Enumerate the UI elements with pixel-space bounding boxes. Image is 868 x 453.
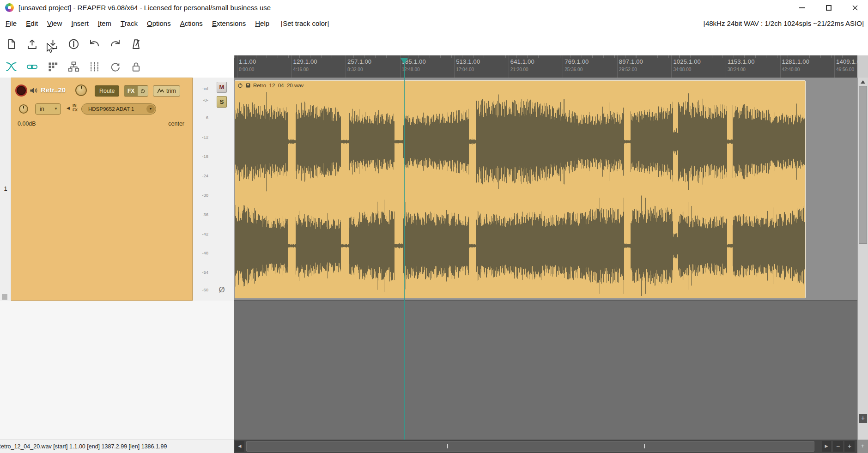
playhead-marker[interactable]	[401, 58, 408, 64]
ripple-editing-icon[interactable]	[65, 57, 82, 76]
ruler-label: 769.1.0025:36.00	[565, 58, 589, 72]
rotate-arrow-icon[interactable]	[106, 57, 124, 76]
minimize-button[interactable]	[789, 0, 815, 15]
chevron-down-icon: ▼	[54, 104, 58, 114]
input-fx-chain-button[interactable]: HDSP9652 ADAT 1 ▼	[81, 103, 156, 115]
edit-cursor-line	[404, 78, 405, 440]
fx-button[interactable]: FX	[124, 85, 148, 97]
maximize-button[interactable]	[815, 0, 842, 15]
reaper-logo-icon	[5, 3, 14, 12]
track-1-lane[interactable]: Retro_12_04_20.wav	[234, 78, 857, 301]
ruler-tick	[454, 55, 455, 78]
menu-insert[interactable]: Insert	[67, 15, 93, 32]
route-button[interactable]: Route	[95, 85, 119, 97]
input-label: in	[40, 106, 44, 112]
media-item-header: Retro_12_04_20.wav	[235, 81, 805, 90]
scrollbar-marker	[644, 444, 645, 448]
menu-items: FileEditViewInsertItemTrackOptionsAction…	[1, 15, 274, 32]
volume-knob[interactable]	[75, 85, 87, 96]
menu-edit[interactable]: Edit	[21, 15, 42, 32]
meter-scale-label: -18	[193, 154, 208, 159]
menu-track[interactable]: Track	[116, 15, 142, 32]
audio-device-status[interactable]: [48kHz 24bit WAV : 1/2ch 1024spls ~21/22…	[704, 15, 864, 32]
corner-zoom-button[interactable]: +	[857, 440, 868, 453]
window-title: [unsaved project] - REAPER v6.08/x64 - L…	[18, 0, 271, 15]
solo-button[interactable]: S	[217, 96, 227, 108]
ruler-label: 1025.1.0034:08.00	[673, 58, 701, 72]
trim-envelope-button[interactable]: trim	[153, 85, 180, 97]
auto-crossfade-icon[interactable]	[2, 57, 20, 76]
close-button[interactable]	[842, 0, 868, 15]
menu-options[interactable]: Options	[142, 15, 176, 32]
locking-icon[interactable]	[127, 57, 145, 76]
ruler-tick	[237, 55, 237, 78]
window-controls	[789, 0, 868, 15]
vertical-zoom-in-button[interactable]: +	[859, 414, 867, 423]
horizontal-scrollbar[interactable]: ◀ ▶ − +	[234, 440, 857, 453]
project-settings-icon[interactable]	[65, 35, 82, 53]
menu-actions[interactable]: Actions	[176, 15, 207, 32]
grid-lines-icon[interactable]	[85, 57, 103, 76]
track-1-panel[interactable]: Retr..20 Route FX trim in ▼	[11, 78, 193, 301]
menu-view[interactable]: View	[42, 15, 67, 32]
track-name[interactable]: Retr..20	[41, 86, 66, 94]
timeline-ruler[interactable]: 1.1.000:00.00129.1.004:16.00257.1.008:32…	[234, 55, 857, 78]
menu-bar: FileEditViewInsertItemTrackOptionsAction…	[0, 15, 868, 32]
snap-to-grid-icon[interactable]	[44, 57, 61, 76]
item-lock-icon[interactable]	[245, 83, 251, 88]
vertical-scrollbar-thumb[interactable]	[859, 86, 867, 244]
status-bar: Retro_12_04_20.wav [start] 1.1.00 [end] …	[0, 440, 234, 453]
ruler-tick	[671, 55, 672, 78]
menu-file[interactable]: File	[1, 15, 21, 32]
fx-power-icon[interactable]	[138, 86, 148, 96]
menu-help[interactable]: Help	[250, 15, 274, 32]
meter-scale-label: -60	[193, 287, 208, 292]
volume-value[interactable]: 0.00dB	[18, 121, 36, 127]
item-grouping-icon[interactable]	[23, 57, 41, 76]
panel-resize-grip[interactable]	[2, 294, 7, 300]
ruler-tick	[563, 55, 563, 78]
scroll-left-button[interactable]: ◀	[235, 441, 244, 452]
input-select-button[interactable]: in ▼	[35, 103, 61, 115]
phase-button[interactable]: Ø	[217, 285, 227, 295]
set-track-color-button[interactable]: [Set track color]	[281, 15, 329, 32]
scroll-up-icon[interactable]	[858, 79, 868, 85]
zoom-out-button[interactable]: −	[833, 441, 843, 452]
reaper-window: [unsaved project] - REAPER v6.08/x64 - L…	[0, 0, 868, 453]
toolbar-ruler-band: 1.1.000:00.00129.1.004:16.00257.1.008:32…	[0, 55, 868, 78]
scroll-right-button[interactable]: ▶	[822, 441, 831, 452]
vertical-scrollbar[interactable]: +	[857, 78, 868, 440]
mute-button[interactable]: M	[217, 82, 227, 93]
item-mute-icon[interactable]	[237, 83, 243, 88]
input-gain-knob[interactable]	[19, 104, 28, 114]
chevron-down-icon[interactable]: ▼	[146, 105, 155, 113]
meter-scale-label: -30	[193, 193, 208, 198]
record-arm-button[interactable]	[15, 85, 27, 97]
track-number[interactable]: 1	[0, 185, 11, 192]
undo-icon[interactable]	[85, 35, 103, 53]
ruler-label: 513.1.0017:04.00	[456, 58, 480, 72]
ruler-corner	[857, 55, 868, 78]
arrange-view[interactable]: Retro_12_04_20.wav	[234, 78, 857, 440]
pan-value[interactable]: center	[168, 121, 184, 127]
ruler-label: 1.1.000:00.00	[239, 58, 256, 72]
mouse-pointer-icon	[46, 43, 56, 56]
ruler-tick	[291, 55, 292, 78]
ruler-tick	[346, 55, 346, 78]
metronome-icon[interactable]	[127, 35, 145, 53]
horizontal-scrollbar-thumb[interactable]	[246, 441, 814, 452]
media-item[interactable]: Retro_12_04_20.wav	[235, 80, 806, 298]
redo-icon[interactable]	[106, 35, 124, 53]
open-project-icon[interactable]	[23, 35, 41, 53]
input-fx-name: HDSP9652 ADAT 1	[88, 106, 134, 112]
track-number-strip: 1	[0, 78, 11, 301]
menu-extensions[interactable]: Extensions	[207, 15, 250, 32]
meter-scale-label: -24	[193, 173, 208, 178]
main-toolbar-row1	[0, 32, 868, 55]
zoom-in-button[interactable]: +	[844, 441, 855, 452]
new-project-icon[interactable]	[2, 35, 20, 53]
meter-scale-label: -42	[193, 231, 208, 236]
speaker-icon[interactable]	[30, 87, 38, 96]
menu-item[interactable]: Item	[93, 15, 116, 32]
waveform-canvas	[235, 90, 805, 298]
